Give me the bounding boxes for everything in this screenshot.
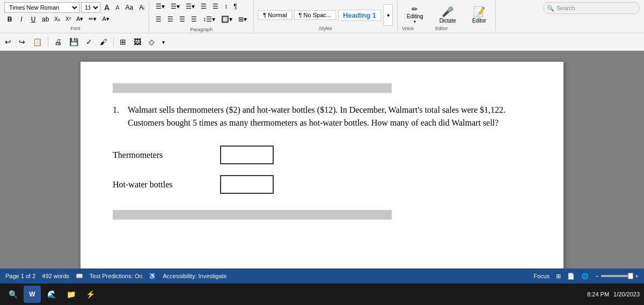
highlight-btn[interactable]: ✏▾	[86, 14, 99, 25]
underline-btn[interactable]: U	[28, 14, 39, 25]
font-color-btn[interactable]: A▾	[74, 14, 85, 25]
strikethrough-btn[interactable]: ab	[40, 14, 51, 25]
increase-indent-btn[interactable]: ☰	[210, 1, 221, 12]
line-spacing-btn[interactable]: ↕☰▾	[201, 14, 217, 25]
search-icon: 🔍	[547, 5, 554, 12]
answer-section: Thermometers Hot-water bottles	[113, 146, 531, 194]
editor-btn-label: Editor	[472, 18, 486, 24]
indent-btn[interactable]: ☰▾	[169, 1, 182, 12]
align-right-btn[interactable]: ☰	[177, 14, 187, 25]
problem-paragraph: 1.Walmart sells thermometers ($2) and ho…	[113, 104, 531, 129]
paragraph-group: ☰▾ ☰▾ ☰▾ ☰ ☰ ↕ ¶ ☰ ☰ ☰ ☰ ↕☰▾ 🔲▾ ⊞▾ Parag…	[149, 1, 254, 32]
gray-bar-bottom	[113, 210, 392, 220]
hot-water-label: Hot-water bottles	[113, 178, 209, 191]
para-row-1: ☰▾ ☰▾ ☰▾ ☰ ☰ ↕ ¶	[153, 1, 249, 12]
aa-dropdown-btn[interactable]: Aa	[123, 2, 135, 13]
taskbar-right: 8:24 PM 1/20/2023	[587, 291, 640, 297]
zoom-plus[interactable]: +	[635, 273, 639, 279]
italic-btn[interactable]: I	[16, 14, 27, 25]
proofread-icon: 📖	[76, 273, 83, 280]
taskbar-edge[interactable]: 🌊	[43, 286, 60, 303]
sort-btn[interactable]: ↕	[222, 1, 230, 12]
zoom-slider[interactable]: − +	[595, 273, 639, 279]
focus-btn[interactable]: Focus	[533, 273, 550, 279]
search-box[interactable]: 🔍 Search	[543, 2, 640, 14]
font-grow-btn[interactable]: A	[102, 2, 112, 13]
taskbar-word[interactable]: W	[24, 286, 41, 303]
zoom-minus[interactable]: −	[595, 273, 598, 279]
format-row: B I U ab X₂ X² A▾ ✏▾ A▾	[4, 14, 147, 25]
font-color2-btn[interactable]: A▾	[100, 14, 111, 25]
pilcrow-btn[interactable]: ¶	[231, 1, 239, 12]
print-btn[interactable]: 🖨	[52, 35, 64, 49]
taskbar-app1[interactable]: ⚡	[82, 286, 99, 303]
decrease-indent-btn[interactable]: ☰	[199, 1, 209, 12]
taskbar-date: 1/20/2023	[613, 291, 640, 297]
font-shrink-btn[interactable]: A	[113, 2, 121, 13]
dictate-label: Dictate	[440, 18, 456, 24]
format-paint-btn[interactable]: 🖌	[97, 35, 110, 49]
font-name-row: Times New Roman 11 A A Aa Aᵢ	[4, 2, 147, 13]
list-btn[interactable]: ☰▾	[153, 1, 167, 12]
thermometers-row: Thermometers	[113, 146, 531, 164]
table-btn[interactable]: ⊞	[117, 35, 129, 49]
clipboard-btn[interactable]: 📋	[30, 35, 45, 49]
border-btn[interactable]: ⊞▾	[236, 14, 249, 25]
problem-section: 1.Walmart sells thermometers ($2) and ho…	[113, 104, 531, 129]
multilevel-btn[interactable]: ☰▾	[184, 1, 197, 12]
editor-icon: 📝	[473, 6, 485, 18]
ribbon-toolbar: ↩ ↪ 📋 🖨 💾 ✓ 🖌 ⊞ 🖼 ◇ ▾	[0, 33, 644, 50]
gray-bar-top	[113, 83, 392, 93]
check-btn[interactable]: ✓	[83, 35, 95, 49]
align-justify-btn[interactable]: ☰	[189, 14, 199, 25]
shading-btn[interactable]: 🔲▾	[219, 14, 235, 25]
font-group: Times New Roman 11 A A Aa Aᵢ B I U ab X₂…	[2, 1, 149, 32]
thermometers-input[interactable]	[220, 146, 274, 164]
format-eraser-btn[interactable]: Aᵢ	[137, 2, 147, 13]
taskbar-explorer[interactable]: 📁	[62, 286, 79, 303]
voice-label: Voice	[402, 26, 414, 31]
arrow-down-btn[interactable]: ▾	[159, 35, 167, 49]
document-page: 1.Walmart sells thermometers ($2) and ho…	[80, 62, 564, 268]
view-web-btn[interactable]: 🌐	[581, 273, 589, 280]
image-btn[interactable]: 🖼	[131, 35, 144, 49]
undo-btn[interactable]: ↩	[2, 35, 14, 49]
superscript-btn[interactable]: X²	[63, 14, 73, 25]
voice-editor-row: ✏ Editing ▾ 🎤 Dictate 📝 Editor	[402, 3, 491, 26]
bold-btn[interactable]: B	[4, 14, 15, 25]
thermometers-label: Thermometers	[113, 149, 209, 162]
style-no-spacing[interactable]: ¶ No Spac...	[294, 10, 336, 20]
document-area: 1.Walmart sells thermometers ($2) and ho…	[0, 51, 644, 268]
dictate-btn[interactable]: 🎤 Dictate	[435, 4, 461, 25]
styles-inner: ¶ Normal ¶ No Spac... Heading 1 ▾	[258, 2, 393, 26]
taskbar-search[interactable]: 🔍	[4, 286, 21, 303]
word-count: 492 words	[42, 273, 69, 279]
align-left-btn[interactable]: ☰	[153, 14, 164, 25]
editor-btn[interactable]: 📝 Editor	[467, 4, 491, 25]
styles-dropdown[interactable]: ▾	[383, 4, 393, 26]
font-name-select[interactable]: Times New Roman	[4, 2, 79, 13]
font-size-select[interactable]: 11	[81, 2, 100, 13]
style-heading1[interactable]: Heading 1	[338, 10, 381, 21]
view-grid-btn[interactable]: ⊞	[556, 273, 561, 280]
text-predictions[interactable]: Text Predictions: On	[90, 273, 142, 279]
editing-btn[interactable]: ✏ Editing ▾	[402, 3, 428, 26]
taskbar-time: 8:24 PM	[587, 291, 609, 297]
zoom-track[interactable]	[601, 275, 633, 277]
save-btn[interactable]: 💾	[67, 35, 81, 49]
problem-number: 1.	[113, 104, 123, 117]
document-content: 1.Walmart sells thermometers ($2) and ho…	[113, 83, 531, 220]
view-print-btn[interactable]: 📄	[567, 273, 575, 280]
align-center-btn[interactable]: ☰	[165, 14, 175, 25]
shapes-btn[interactable]: ◇	[146, 35, 157, 49]
hot-water-input[interactable]	[220, 175, 274, 194]
accessibility-status[interactable]: Accessibility: Investigate	[163, 273, 226, 279]
paragraph-label: Paragraph	[153, 27, 249, 32]
style-normal[interactable]: ¶ Normal	[258, 10, 291, 20]
mic-icon: 🎤	[442, 6, 453, 18]
redo-btn[interactable]: ↪	[16, 35, 28, 49]
font-label: Font	[4, 26, 147, 31]
ribbon: 🔍 Search Times New Roman 11 A A Aa Aᵢ B …	[0, 0, 644, 51]
subscript-btn[interactable]: X₂	[52, 14, 62, 25]
problem-body[interactable]: Walmart sells thermometers ($2) and hot-…	[128, 104, 531, 129]
